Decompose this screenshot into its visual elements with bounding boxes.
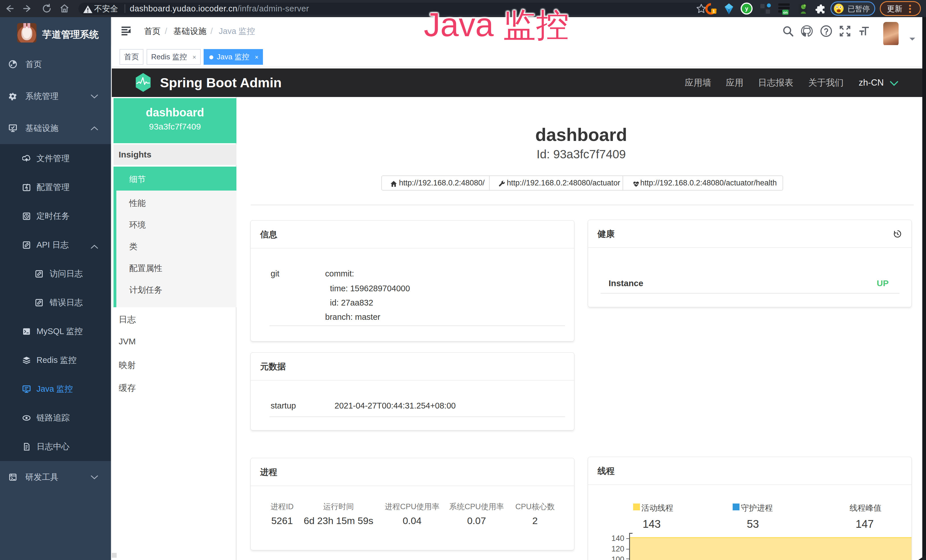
svg-text:on: on — [783, 10, 788, 15]
svg-text:y: y — [745, 5, 748, 12]
svg-text:1: 1 — [713, 9, 715, 14]
